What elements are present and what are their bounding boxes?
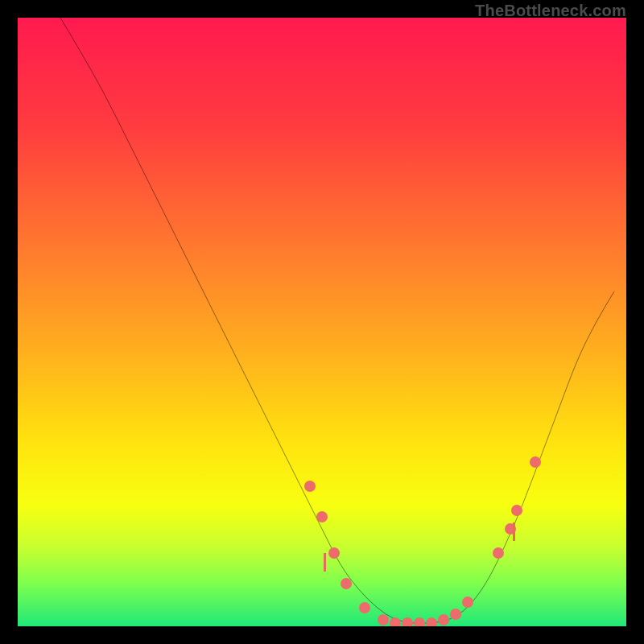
data-point bbox=[390, 617, 401, 626]
chart-stage: TheBottleneck.com bbox=[0, 0, 644, 644]
bottleneck-curve bbox=[18, 18, 626, 626]
tick-dash bbox=[513, 522, 515, 541]
data-point bbox=[304, 481, 316, 492]
plot-area bbox=[18, 18, 626, 626]
data-point bbox=[378, 614, 389, 625]
data-point bbox=[316, 511, 328, 522]
tick-dash bbox=[324, 553, 326, 572]
data-point bbox=[530, 456, 541, 468]
data-point bbox=[414, 617, 425, 626]
data-point bbox=[426, 617, 437, 626]
data-point bbox=[402, 617, 413, 626]
